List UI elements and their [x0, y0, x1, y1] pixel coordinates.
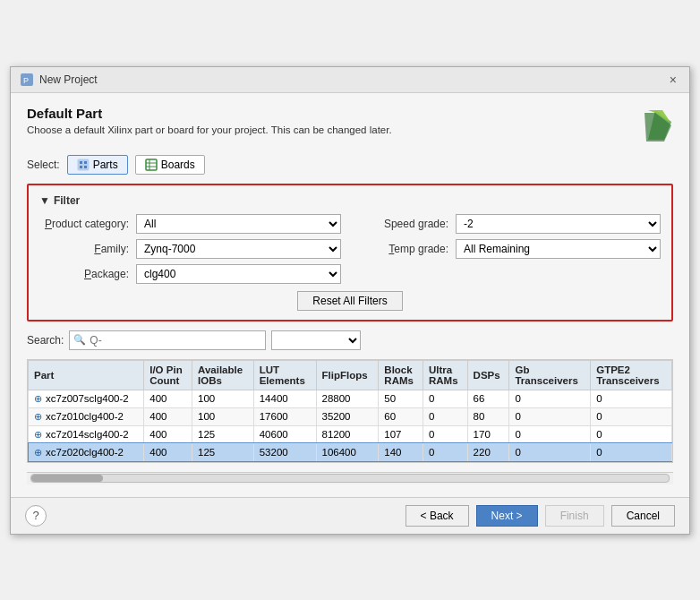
- parts-icon: [77, 159, 90, 171]
- col-lut: LUTElements: [253, 360, 316, 390]
- header-text: Default Part Choose a default Xilinx par…: [27, 106, 392, 135]
- col-dsps: DSPs: [467, 360, 509, 390]
- dialog-title: New Project: [39, 73, 98, 86]
- table-row[interactable]: ⊕xc7z007sclg400-240010014400288005006600: [29, 390, 672, 407]
- cell-uram: 0: [423, 390, 467, 407]
- search-input[interactable]: [69, 330, 266, 350]
- help-button[interactable]: ?: [25, 505, 47, 527]
- svg-rect-8: [84, 161, 87, 164]
- cancel-button[interactable]: Cancel: [611, 505, 675, 527]
- tab-parts-label: Parts: [93, 159, 118, 171]
- cell-gtpe2: 0: [591, 407, 672, 425]
- reset-filters-button[interactable]: Reset All Filters: [297, 291, 402, 311]
- dialog-window: P New Project × Default Part Choose a de…: [10, 66, 690, 535]
- cell-gb-trans: 0: [509, 443, 591, 461]
- title-bar: P New Project ×: [11, 67, 689, 93]
- tab-parts[interactable]: Parts: [67, 155, 128, 175]
- xilinx-logo: [628, 106, 673, 146]
- scrollbar-thumb: [31, 475, 103, 482]
- boards-icon: [145, 159, 158, 171]
- next-button[interactable]: Next >: [476, 505, 538, 527]
- select-tabs: Select: Parts Boards: [27, 155, 673, 175]
- back-button[interactable]: < Back: [405, 505, 469, 527]
- cell-ff: 106400: [316, 443, 379, 461]
- table-row[interactable]: ⊕xc7z010clg400-240010017600352006008000: [29, 407, 672, 425]
- search-input-wrap: 🔍: [69, 330, 266, 350]
- package-select[interactable]: clg400: [136, 264, 341, 284]
- part-icon: ⊕: [34, 393, 42, 405]
- dialog-body: Default Part Choose a default Xilinx par…: [11, 93, 689, 497]
- cell-part: ⊕xc7z007sclg400-2: [29, 390, 144, 407]
- filter-row-package: Package: clg400: [39, 264, 341, 284]
- speed-grade-select[interactable]: -2: [456, 214, 661, 234]
- cell-avail-iobs: 125: [192, 425, 254, 443]
- col-uram: UltraRAMs: [423, 360, 467, 390]
- col-ff: FlipFlops: [316, 360, 379, 390]
- title-bar-left: P New Project: [20, 73, 98, 87]
- parts-table-wrap: Part I/O PinCount AvailableIOBs LUTEleme…: [27, 359, 673, 463]
- close-button[interactable]: ×: [666, 73, 680, 87]
- filter-title: ▼ Filter: [39, 194, 661, 207]
- tab-boards-label: Boards: [161, 159, 195, 171]
- product-category-select[interactable]: All: [136, 214, 341, 234]
- table-header-row: Part I/O PinCount AvailableIOBs LUTEleme…: [29, 360, 672, 390]
- cell-ff: 81200: [316, 425, 379, 443]
- cell-dsps: 220: [467, 443, 509, 461]
- family-label: Family:: [39, 243, 129, 255]
- cell-gtpe2: 0: [591, 425, 672, 443]
- col-avail-iobs: AvailableIOBs: [192, 360, 254, 390]
- svg-rect-9: [80, 166, 82, 168]
- cell-part: ⊕xc7z010clg400-2: [29, 407, 144, 425]
- select-label: Select:: [27, 159, 60, 171]
- search-filter-dropdown[interactable]: [271, 330, 361, 350]
- search-icon: 🔍: [73, 334, 86, 346]
- package-label: Package:: [39, 268, 129, 280]
- tab-boards[interactable]: Boards: [135, 155, 205, 175]
- cell-io-pin: 400: [144, 443, 192, 461]
- cell-part: ⊕xc7z020clg400-2: [29, 443, 144, 461]
- svg-rect-7: [80, 161, 82, 164]
- part-icon: ⊕: [34, 447, 42, 459]
- col-io-pin: I/O PinCount: [144, 360, 192, 390]
- temp-grade-label: Temp grade:: [359, 243, 448, 255]
- finish-button[interactable]: Finish: [545, 505, 604, 527]
- filter-chevron: ▼: [39, 194, 50, 207]
- cell-uram: 0: [423, 443, 467, 461]
- svg-rect-6: [78, 159, 89, 170]
- cell-part: ⊕xc7z014sclg400-2: [29, 425, 144, 443]
- svg-rect-11: [146, 159, 157, 170]
- table-row[interactable]: ⊕xc7z014sclg400-240012540600812001070170…: [29, 425, 672, 443]
- filter-row-product-category: Product category: All: [39, 214, 341, 234]
- help-icon: ?: [32, 509, 38, 522]
- cell-avail-iobs: 125: [192, 443, 254, 461]
- cell-ff: 35200: [316, 407, 379, 425]
- header-section: Default Part Choose a default Xilinx par…: [27, 106, 673, 146]
- col-part: Part: [29, 360, 144, 390]
- col-gb-trans: GbTransceivers: [509, 360, 591, 390]
- speed-grade-label: Speed grade:: [359, 218, 448, 230]
- cell-gb-trans: 0: [509, 390, 591, 407]
- page-description: Choose a default Xilinx part or board fo…: [27, 124, 392, 135]
- reset-row: Reset All Filters: [39, 291, 661, 311]
- cell-gtpe2: 0: [591, 443, 672, 461]
- cell-lut: 40600: [253, 425, 316, 443]
- part-name: xc7z014sclg400-2: [46, 429, 129, 440]
- footer-buttons: < Back Next > Finish Cancel: [405, 505, 675, 527]
- temp-grade-select[interactable]: All Remaining: [456, 239, 661, 259]
- family-select[interactable]: Zynq-7000: [136, 239, 341, 259]
- dialog-icon: P: [20, 73, 34, 87]
- cell-io-pin: 400: [144, 390, 192, 407]
- filter-grid: Product category: All Speed grade: -2 Fa…: [39, 214, 661, 284]
- table-row[interactable]: ⊕xc7z020clg400-2400125532001064001400220…: [29, 443, 672, 461]
- cell-io-pin: 400: [144, 407, 192, 425]
- part-name: xc7z010clg400-2: [46, 411, 124, 422]
- horizontal-scrollbar[interactable]: [27, 472, 673, 484]
- product-category-label: Product category:: [39, 218, 129, 230]
- filter-row-family: Family: Zynq-7000: [39, 239, 341, 259]
- cell-lut: 53200: [253, 443, 316, 461]
- part-name: xc7z020clg400-2: [46, 447, 124, 458]
- col-gtpe2: GTPE2Transceivers: [591, 360, 672, 390]
- filter-row-temp-grade: Temp grade: All Remaining: [359, 239, 661, 259]
- filter-row-speed-grade: Speed grade: -2: [359, 214, 661, 234]
- scrollbar-track: [30, 474, 670, 483]
